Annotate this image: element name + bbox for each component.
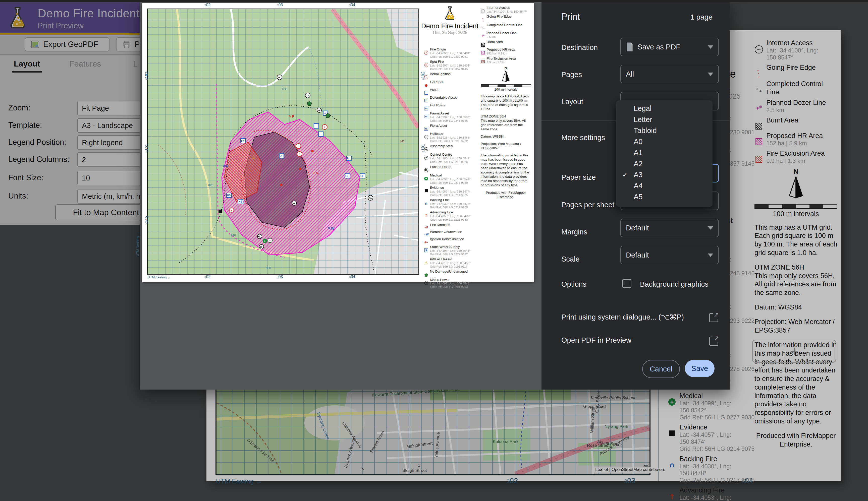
svg-text:ER: ER <box>317 109 320 112</box>
svg-text:FL: FL <box>345 175 348 178</box>
open-pdf-link[interactable]: Open PDF in Preview <box>561 336 631 344</box>
svg-text:✈: ✈ <box>278 76 280 79</box>
pages-label: Pages <box>561 71 582 79</box>
legend-item: Static Water Supply Lat: -34.4106°, Lng:… <box>424 245 479 256</box>
svg-text:HS: HS <box>239 200 242 203</box>
legend-item: Evidence Lat: -34.4057°, Lng: 150.8474° … <box>424 186 479 197</box>
svg-text:CC: CC <box>260 246 262 248</box>
margins-select[interactable]: Default <box>620 218 719 237</box>
svg-text:AA: AA <box>306 94 309 97</box>
paper-size-menu: Legal Letter Tabloid A0 <box>616 100 712 207</box>
pages-select[interactable]: All <box>620 65 719 83</box>
pv-easting-axis-label: UTM Easting → <box>148 275 171 279</box>
pv-projection: Projection: Web Mercator / EPSG:3857 <box>481 141 531 150</box>
legend-item: Pit/Fall Hazard Lat: -34.4019°, Lng: 150… <box>424 257 479 269</box>
pv-zone-note: This map only covers 56H. All grid refer… <box>481 118 531 131</box>
legend-item: Assembly Area <box>424 144 479 151</box>
background-graphics-checkbox[interactable] <box>623 279 631 288</box>
pv-doc-date: Thu, 25 Sept 2025 <box>421 30 479 35</box>
legend-item: Hut Ruins <box>424 104 479 110</box>
scale-select[interactable]: Default <box>620 246 719 264</box>
paper-size-option[interactable]: A5 <box>616 191 712 202</box>
pv-easting-tick: 302 <box>205 3 210 7</box>
legend-item: Helibase Lat: -34.3926°, Lng: 150.8563° … <box>424 132 479 143</box>
svg-text:⁘: ⁘ <box>299 153 300 156</box>
pv-disclaimer: The information provided in this map has… <box>481 153 531 187</box>
svg-text:᠁: ᠁ <box>269 240 271 242</box>
svg-text:⁘: ⁘ <box>297 145 299 148</box>
paper-size-option[interactable]: ✓ A3 <box>616 169 712 180</box>
pv-datum: Datum: WGS84 <box>481 134 531 139</box>
preview-sheet: 020 030 910 900 M1 ✓ ✓ ✳ ⁘ ⁘ <box>142 3 534 282</box>
svg-text:FL: FL <box>360 175 364 178</box>
north-arrow-icon <box>501 70 510 82</box>
legend-item: Spot Fire Lat: -34.3997°, Lng: 150.8631°… <box>424 60 479 71</box>
print-preview-area: 020 030 910 900 M1 ✓ ✓ ✳ ⁘ ⁘ <box>140 2 542 390</box>
print-settings-panel: Print 1 page Destination Save as PDF Pag… <box>542 2 730 390</box>
external-link-icon <box>709 313 718 322</box>
save-button[interactable]: Save <box>685 360 714 377</box>
legend-item: Flora Asset <box>424 124 479 130</box>
legend-item: Fire Exclusion Area 9.9 ha | 1.3 km <box>481 57 531 64</box>
legend-item: Backing Fire Lat: -34.4030°, Lng: 150.84… <box>424 198 479 209</box>
pv-easting-tick: 303 <box>277 3 283 7</box>
paper-size-option[interactable]: A2 <box>616 158 712 169</box>
pv-map-label: 910 <box>231 234 236 237</box>
pv-north-arrow: N <box>481 66 531 83</box>
legend-item: Fire Origin Lat: -34.4053°, Lng: 150.849… <box>424 47 479 59</box>
paper-size-option[interactable]: A1 <box>616 147 712 158</box>
cancel-button[interactable]: Cancel <box>642 360 680 378</box>
destination-select[interactable]: Save as PDF <box>620 38 719 56</box>
legend-item: Weather Observation <box>424 230 479 236</box>
svg-text:←: ← <box>224 208 229 213</box>
chevron-down-icon <box>708 45 713 49</box>
legend-item: Internet Access Lat: -34.4100°, Lng: 150… <box>481 6 531 13</box>
system-dialog-link[interactable]: Print using system dialogue... (⌥⌘P) <box>561 313 684 321</box>
pv-grid-note: This map has a UTM grid. Each grid squar… <box>481 94 531 111</box>
chevron-down-icon <box>708 226 713 230</box>
pv-scale-bar-label: 100 m intervals <box>481 88 531 92</box>
chevron-down-icon <box>708 254 713 257</box>
svg-text:AA: AA <box>368 197 372 199</box>
legend-item: No Damage/Undamaged <box>424 269 479 277</box>
pv-map-label: M1 <box>400 140 405 143</box>
pv-legend-column-2: Internet Access Lat: -34.4100°, Lng: 150… <box>481 6 531 202</box>
more-settings[interactable]: More settings <box>561 134 605 142</box>
legend-item: Escape Route <box>424 165 479 172</box>
flask-logo <box>442 5 458 21</box>
paper-size-option[interactable]: A4 <box>616 180 712 191</box>
svg-text:✳: ✳ <box>323 126 326 129</box>
margins-label: Margins <box>561 228 587 236</box>
pv-scale-bar <box>481 84 531 87</box>
pv-easting-tick: 304 <box>349 3 355 7</box>
legend-item: Medical Lat: -34.4099°, Lng: 150.8542° G… <box>424 173 479 185</box>
paper-size-label: Paper size <box>561 173 596 181</box>
svg-text:↖W: ↖W <box>328 226 335 231</box>
svg-text:✕: ✕ <box>230 209 232 212</box>
paper-size-option[interactable]: A0 <box>616 136 712 147</box>
legend-item: Fire Direction <box>424 223 479 229</box>
pv-northing-axis-label: UTM Northing → <box>136 232 139 256</box>
chevron-down-icon <box>708 73 713 76</box>
svg-text:AA: AA <box>258 236 261 238</box>
legend-item: Advancing Fire Lat: -34.4053°, Lng: 150.… <box>424 210 479 222</box>
layout-label: Layout <box>561 98 583 106</box>
pv-northing-tick: 6192 <box>145 72 149 80</box>
legend-item: Asset <box>424 88 479 95</box>
legend-item: Control Centre Lat: -34.4103°, Lng: 150.… <box>424 153 479 164</box>
background-graphics-label: Background graphics <box>640 280 708 288</box>
pv-easting-tick: 302 <box>205 275 210 279</box>
legend-item: Fauna Asset Lat: -34.3994°, Lng: 150.850… <box>424 111 479 123</box>
paper-size-option[interactable]: Letter <box>616 114 712 125</box>
legend-item: Going Fire Edge <box>481 14 531 22</box>
legend-item: Ignition Point/Direction <box>424 237 479 244</box>
pv-easting-tick: 304 <box>349 275 355 279</box>
pv-map-label: 030 <box>282 87 287 91</box>
paper-size-option[interactable]: Legal <box>616 103 712 114</box>
paper-size-option[interactable]: Tabloid <box>616 125 712 136</box>
preview-map-canvas: 020 030 910 900 M1 ✓ ✓ ✳ ⁘ ⁘ <box>148 9 418 274</box>
legend-item: Burnt Area <box>481 40 531 47</box>
svg-text:✚: ✚ <box>264 240 266 243</box>
destination-label: Destination <box>561 43 598 52</box>
legend-item: Defendable Asset <box>424 96 479 103</box>
